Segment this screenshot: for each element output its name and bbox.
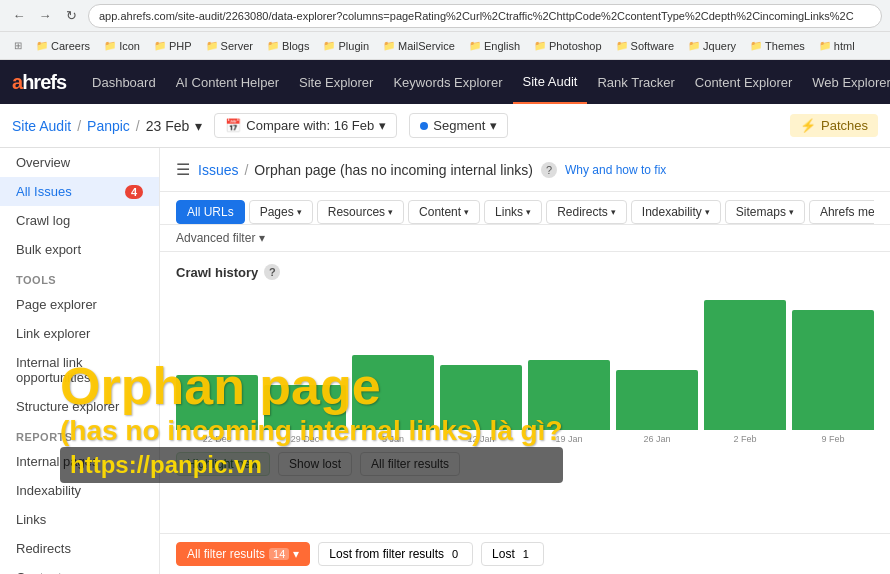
chart-help-icon[interactable]: ?	[264, 264, 280, 280]
sidebar-label: Redirects	[16, 541, 71, 556]
sidebar-item-bulk-export[interactable]: Bulk export	[0, 235, 159, 264]
bookmark-blogs[interactable]: 📁 Blogs	[261, 38, 316, 54]
bookmark-apps[interactable]: ⊞	[8, 38, 28, 53]
nav-web-explorer[interactable]: Web Explorer	[802, 60, 890, 104]
pages-button[interactable]: Pages ▾	[249, 200, 313, 224]
chart-bars	[176, 290, 874, 430]
all-urls-button[interactable]: All URLs	[176, 200, 245, 224]
bookmark-php[interactable]: 📁 PHP	[148, 38, 198, 54]
chart-x-label-0: 22 Dec	[176, 434, 258, 444]
chart-section: Crawl history ? 22 Dec29 Dec5 Jan12 Jan1…	[160, 252, 890, 488]
issues-link[interactable]: Issues	[198, 162, 238, 178]
sidebar-label: Internal pages	[16, 454, 98, 469]
folder-icon: 📁	[819, 40, 831, 51]
indexability-button[interactable]: Indexability ▾	[631, 200, 721, 224]
bookmark-html[interactable]: 📁 html	[813, 38, 861, 54]
sidebar-item-structure-explorer[interactable]: Structure explorer	[0, 392, 159, 421]
help-icon[interactable]: ?	[541, 162, 557, 178]
sidebar-item-overview[interactable]: Overview	[0, 148, 159, 177]
bookmark-label: Icon	[119, 40, 140, 52]
all-filter-results-button[interactable]: All filter results 14 ▾	[176, 542, 310, 566]
folder-icon: 📁	[383, 40, 395, 51]
highlight-new-button[interactable]: Highlight new	[176, 452, 270, 476]
content-button[interactable]: Content ▾	[408, 200, 480, 224]
bookmark-server[interactable]: 📁 Server	[200, 38, 259, 54]
folder-icon: 📁	[154, 40, 166, 51]
browser-nav: ← → ↻	[8, 5, 82, 27]
hamburger-icon[interactable]: ☰	[176, 160, 190, 179]
back-button[interactable]: ←	[8, 5, 30, 27]
nav-dashboard[interactable]: Dashboard	[82, 60, 166, 104]
bar-col-4	[528, 360, 610, 430]
bookmark-icon[interactable]: 📁 Icon	[98, 38, 146, 54]
ahrefs-metrics-button[interactable]: Ahrefs metrics ▾	[809, 200, 874, 224]
why-link[interactable]: Why and how to fix	[565, 163, 666, 177]
bookmark-themes[interactable]: 📁 Themes	[744, 38, 811, 54]
nav-site-explorer[interactable]: Site Explorer	[289, 60, 383, 104]
nav-ai-content-helper[interactable]: AI Content Helper	[166, 60, 289, 104]
redirects-button[interactable]: Redirects ▾	[546, 200, 627, 224]
lost-from-filter-button[interactable]: Lost from filter results 0	[318, 542, 473, 566]
sidebar-item-links[interactable]: Links	[0, 505, 159, 534]
sidebar-item-page-explorer[interactable]: Page explorer	[0, 290, 159, 319]
site-audit-link[interactable]: Site Audit	[12, 118, 71, 134]
lost-from-filter-label: Lost from filter results	[329, 547, 444, 561]
sidebar-tools-section: Tools	[0, 264, 159, 290]
bookmark-label: Software	[631, 40, 674, 52]
lost-button[interactable]: Lost 1	[481, 542, 544, 566]
advanced-filter[interactable]: Advanced filter ▾	[160, 225, 890, 252]
url-input[interactable]	[88, 4, 882, 28]
all-urls-label: All URLs	[187, 205, 234, 219]
segment-button[interactable]: Segment ▾	[409, 113, 508, 138]
issues-badge: 4	[125, 185, 143, 199]
show-lost-button[interactable]: Show lost	[278, 452, 352, 476]
patches-label: Patches	[821, 118, 868, 133]
project-link[interactable]: Panpic	[87, 118, 130, 134]
refresh-button[interactable]: ↻	[60, 5, 82, 27]
links-button[interactable]: Links ▾	[484, 200, 542, 224]
chart-x-label-3: 12 Jan	[440, 434, 522, 444]
all-filter-results-label: All filter results	[187, 547, 265, 561]
sidebar-item-all-issues[interactable]: All Issues 4	[0, 177, 159, 206]
bar-col-5	[616, 370, 698, 430]
bar-col-6	[704, 300, 786, 430]
site-audit-bar: Site Audit / Panpic / 23 Feb ▾ 📅 Compare…	[0, 104, 890, 148]
sidebar-label: Content	[16, 570, 62, 574]
sidebar-item-internal-pages[interactable]: Internal pages	[0, 447, 159, 476]
bookmark-jquery[interactable]: 📁 Jquery	[682, 38, 742, 54]
nav-content-explorer[interactable]: Content Explorer	[685, 60, 803, 104]
resources-label: Resources	[328, 205, 385, 219]
bookmark-careers[interactable]: 📁 Careers	[30, 38, 96, 54]
forward-button[interactable]: →	[34, 5, 56, 27]
folder-icon: 📁	[616, 40, 628, 51]
chevron-down-icon: ▾	[789, 207, 794, 217]
compare-button[interactable]: 📅 Compare with: 16 Feb ▾	[214, 113, 397, 138]
sidebar-label: Indexability	[16, 483, 81, 498]
nav-keywords-explorer[interactable]: Keywords Explorer	[383, 60, 512, 104]
bookmark-photoshop[interactable]: 📁 Photoshop	[528, 38, 608, 54]
sidebar-item-crawl-log[interactable]: Crawl log	[0, 206, 159, 235]
sidebar-item-redirects[interactable]: Redirects	[0, 534, 159, 563]
all-filter-results-btn2[interactable]: All filter results	[360, 452, 460, 476]
bar-col-7	[792, 310, 874, 430]
resources-button[interactable]: Resources ▾	[317, 200, 404, 224]
lost-label: Lost	[492, 547, 515, 561]
bookmark-plugin[interactable]: 📁 Plugin	[317, 38, 375, 54]
nav-rank-tracker[interactable]: Rank Tracker	[587, 60, 684, 104]
folder-icon: 📁	[206, 40, 218, 51]
bookmark-mailservice[interactable]: 📁 MailService	[377, 38, 461, 54]
sidebar-item-link-explorer[interactable]: Link explorer	[0, 319, 159, 348]
sidebar-item-internal-link-opportunities[interactable]: Internal link opportunities	[0, 348, 159, 392]
bookmark-label: MailService	[398, 40, 455, 52]
sitemaps-button[interactable]: Sitemaps ▾	[725, 200, 805, 224]
bookmark-software[interactable]: 📁 Software	[610, 38, 680, 54]
sidebar-reports-section: Reports	[0, 421, 159, 447]
sidebar-item-content[interactable]: Content	[0, 563, 159, 574]
ahrefs-logo[interactable]: ahrefs	[12, 71, 66, 94]
bookmark-english[interactable]: 📁 English	[463, 38, 526, 54]
bookmark-label: Blogs	[282, 40, 310, 52]
patches-button[interactable]: ⚡ Patches	[790, 114, 878, 137]
nav-site-audit[interactable]: Site Audit	[513, 60, 588, 104]
sidebar-item-indexability[interactable]: Indexability	[0, 476, 159, 505]
chart-x-label-5: 26 Jan	[616, 434, 698, 444]
